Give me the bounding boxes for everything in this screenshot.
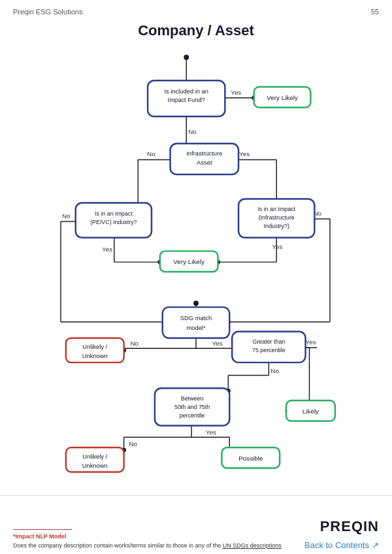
svg-text:Is in an Impact: Is in an Impact <box>95 210 133 217</box>
footnote-title: *Impact NLP Model <box>13 533 66 540</box>
svg-text:Yes: Yes <box>306 338 316 346</box>
svg-text:Between: Between <box>181 395 204 402</box>
svg-text:(Infrastructure: (Infrastructure <box>259 214 295 221</box>
page-title: Company / Asset <box>0 22 392 39</box>
svg-text:Industry?): Industry?) <box>264 223 289 229</box>
svg-text:Greater than: Greater than <box>253 338 286 345</box>
back-to-contents-button[interactable]: Back to Contents ↗ <box>304 540 379 550</box>
svg-text:Unlikely /: Unlikely / <box>82 453 107 460</box>
svg-text:Yes: Yes <box>212 340 223 347</box>
flowchart-area: Yes No No Yes No Yes No Yes <box>0 42 392 493</box>
svg-text:Very Likely: Very Likely <box>267 94 298 101</box>
svg-text:Likely: Likely <box>302 408 319 415</box>
footnote-area: *Impact NLP Model Does the company descr… <box>13 529 282 550</box>
svg-text:Unknown: Unknown <box>82 463 108 469</box>
svg-text:Is in an Impact: Is in an Impact <box>257 206 295 212</box>
svg-text:(PE/VC) Industry?: (PE/VC) Industry? <box>90 219 137 225</box>
svg-text:Yes: Yes <box>231 89 241 96</box>
svg-text:Yes: Yes <box>206 429 216 436</box>
svg-text:Infrastructure: Infrastructure <box>186 150 222 157</box>
svg-text:Impact Fund?: Impact Fund? <box>168 97 205 103</box>
svg-text:No: No <box>147 150 155 157</box>
preqin-logo: PREQIN <box>320 518 379 535</box>
svg-text:No: No <box>62 212 71 220</box>
svg-text:Very Likely: Very Likely <box>173 258 204 265</box>
svg-text:Asset: Asset <box>197 159 212 166</box>
svg-text:percentile: percentile <box>180 412 204 419</box>
footer: *Impact NLP Model Does the company descr… <box>0 495 392 554</box>
svg-text:Yes: Yes <box>239 150 250 157</box>
back-to-contents-label: Back to Contents <box>304 540 369 550</box>
footnote-text: Does the company description contain wor… <box>13 542 282 549</box>
svg-text:Yes: Yes <box>272 243 282 250</box>
back-to-contents-icon: ↗ <box>372 540 379 550</box>
svg-text:Possible: Possible <box>238 455 263 462</box>
svg-text:No: No <box>129 440 137 448</box>
svg-text:model*: model* <box>186 325 205 331</box>
svg-text:No: No <box>270 367 279 374</box>
svg-text:Yes: Yes <box>102 246 112 253</box>
svg-text:SDG match: SDG match <box>180 315 212 321</box>
svg-text:Unlikely /: Unlikely / <box>82 344 107 350</box>
svg-text:Unknown: Unknown <box>82 353 108 359</box>
svg-text:75 percentile: 75 percentile <box>252 347 286 353</box>
svg-text:50th and 75th: 50th and 75th <box>174 404 210 410</box>
page-number: 55 <box>371 8 379 16</box>
svg-text:Is included in an: Is included in an <box>164 88 208 95</box>
svg-rect-83 <box>163 307 230 338</box>
svg-text:No: No <box>130 340 139 347</box>
svg-text:No: No <box>188 128 197 135</box>
brand-label: Preqin ESG Solutions <box>13 8 82 16</box>
